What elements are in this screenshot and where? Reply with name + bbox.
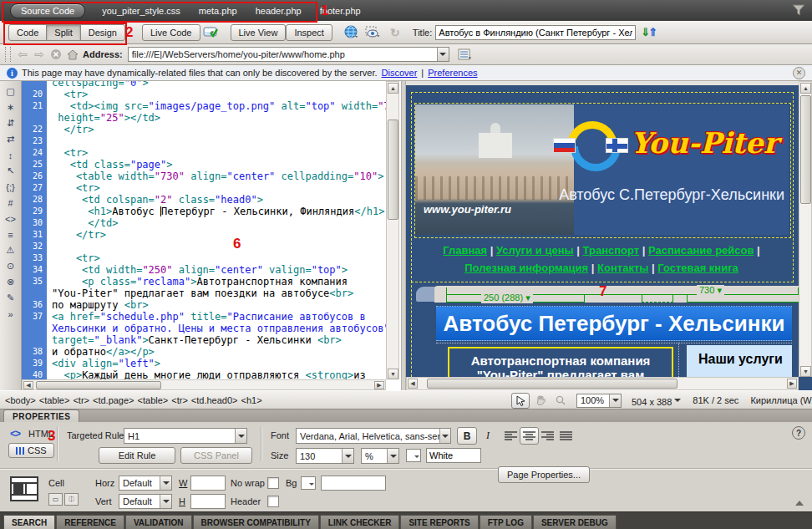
dropdown-arrow-icon[interactable] [160,495,171,508]
stop-icon[interactable] [48,47,63,62]
balance-braces-icon[interactable]: {;} [3,179,19,195]
scroll-left-icon[interactable]: ◀ [408,379,418,389]
code-line[interactable]: 22 </tr> [22,124,386,135]
code-hscrollbar[interactable]: ◀ ▶ [22,379,386,390]
results-tab-search[interactable]: SEARCH [3,515,55,529]
close-info-bar-icon[interactable]: ✕ [793,67,805,79]
apply-comment-icon[interactable]: ⊙ [3,258,19,274]
design-hscrollbar[interactable]: ◀ ▶ [406,377,799,390]
page-heading-banner[interactable]: Автобус Петербург - Хельсинки [436,306,792,341]
code-line[interactable]: 28 <td colspan="2" class="head0"> [22,194,386,206]
address-value[interactable]: file:///E|/WebServers/home/you-piter/www… [129,49,348,59]
filter-related-files-icon[interactable] [792,4,805,16]
edit-rule-button[interactable]: Edit Rule [99,447,175,464]
width-input[interactable] [190,476,226,491]
code-line[interactable]: 24 <tr> [22,147,386,159]
page-properties-button[interactable]: Page Properties... [498,466,590,483]
results-tab-ftp-log[interactable]: FTP LOG [480,515,532,529]
tag-selector-item[interactable]: <h1> [241,395,262,405]
live-view-options-icon[interactable] [202,25,221,40]
text-color-input[interactable] [426,448,481,463]
code-line[interactable]: 39<div align="left"> [22,358,386,369]
scroll-right-icon[interactable]: ▶ [374,381,384,389]
toolbar-grip[interactable] [5,47,11,62]
discover-link[interactable]: Discover [382,68,418,78]
preferences-link[interactable]: Preferences [428,68,477,78]
design-view-pane[interactable]: You-Piter Автобус С.Петербург-Хельсинки … [406,81,812,390]
design-vscroll-thumb[interactable] [800,95,811,204]
line-numbers-icon[interactable]: # [3,195,19,211]
help-icon[interactable]: ? [792,426,805,440]
targeted-rule-combo[interactable]: H1 [124,428,247,444]
related-file-tab[interactable]: meta.php [199,6,237,16]
code-line[interactable]: height="25"></td> [22,112,386,124]
scroll-up-icon[interactable]: ▲ [800,83,811,94]
scroll-right-icon[interactable]: ▶ [787,379,797,389]
code-line[interactable]: 26 <table width="730" align="center" cel… [22,170,386,182]
forward-icon[interactable]: ⇨ [32,47,47,62]
title-input[interactable] [435,25,636,40]
code-hscroll-thumb[interactable] [36,381,161,389]
address-combo[interactable]: file:///E|/WebServers/home/you-piter/www… [128,47,449,62]
menu-link[interactable]: Услуги и цены [496,244,574,257]
css-mode-button[interactable]: CSS [8,443,54,458]
tag-selector-item[interactable]: <table> [138,395,169,405]
live-code-button[interactable]: Live Code [142,24,200,41]
file-transfer-icon[interactable]: ⇓⇑ [641,26,656,38]
code-vscrollbar[interactable]: ▲ ▼ [386,81,399,379]
code-line[interactable]: 20 <tr> [22,89,386,100]
related-file-tab[interactable]: you_piter_style.css [102,6,180,16]
code-line[interactable]: 31 </tr> [22,229,386,241]
code-line[interactable]: 23 [22,135,386,147]
code-line[interactable]: 29 <h1>Автобус Петербург - Хельсинки, Фи… [22,206,386,217]
split-view-button[interactable]: Split [46,24,80,41]
collapse-panel-icon[interactable] [795,496,804,506]
more-chevron-icon[interactable]: » [3,306,19,322]
code-view-button[interactable]: Code [8,24,47,41]
zoom-level-combo[interactable]: 100% [576,394,622,408]
tag-selector-item[interactable]: <tr> [171,395,188,405]
code-editor[interactable]: cellspacing="0">20 <tr>21 <td><img src="… [22,81,386,379]
dropdown-arrow-icon[interactable] [160,476,171,490]
code-line[interactable]: 37<a href="schedule.php" title="Расписан… [22,311,386,323]
code-line[interactable]: 38и обратно</a></p> [22,346,386,358]
dropdown-arrow-icon[interactable] [437,48,449,61]
dropdown-arrow-icon[interactable] [387,449,398,463]
related-file-tab[interactable]: header.php [256,6,302,16]
design-hscroll-thumb[interactable] [427,379,678,389]
code-line[interactable]: 30 </td> [22,217,386,229]
horz-combo[interactable]: Default [119,476,172,491]
menu-link[interactable]: Гостевая книга [657,262,738,274]
site-header-image[interactable]: You-Piter Автобус С.Петербург-Хельсинки … [415,104,789,235]
vert-combo[interactable]: Default [119,494,172,509]
home-icon[interactable] [65,47,80,62]
dropdown-arrow-icon[interactable] [342,449,353,463]
scroll-down-icon[interactable]: ▼ [800,366,811,377]
visual-aids-icon[interactable] [364,25,383,40]
header-checkbox[interactable] [267,496,279,507]
select-parent-tag-icon[interactable]: ↖ [3,163,19,179]
bold-button[interactable]: B [457,427,477,445]
remove-comment-icon[interactable]: ⊗ [3,274,19,290]
format-source-code-icon[interactable]: ≡ [3,226,19,242]
code-view-pane[interactable]: ▢∗⇵⇄↕↖{;}#<>≡⚠⊙⊗✎» cellspacing="0">20 <t… [0,81,401,390]
align-left-icon[interactable] [501,427,520,445]
collapse-selection-icon[interactable]: ⇄ [3,131,19,147]
results-tab-validation[interactable]: VALIDATION [125,515,192,529]
scroll-down-icon[interactable]: ▼ [388,369,398,379]
hand-tool-icon[interactable] [531,393,550,409]
tag-selector-item[interactable]: <table> [39,395,70,405]
code-line[interactable]: 25 <td class="page"> [22,159,386,170]
html-mode-label[interactable]: HTML [28,429,53,439]
back-icon[interactable]: ⇦ [15,47,30,62]
open-documents-icon[interactable]: ▢ [3,84,19,99]
no-wrap-checkbox[interactable] [267,477,279,489]
related-file-tab[interactable]: footer.php [320,6,361,16]
window-size[interactable]: 504 x 388 [632,394,681,407]
scroll-up-icon[interactable]: ▲ [388,83,398,94]
align-right-icon[interactable] [538,427,557,445]
code-line[interactable]: 32 [22,241,386,252]
select-tool-icon[interactable] [511,393,530,409]
height-input[interactable] [190,494,226,509]
merge-cells-icon[interactable]: ▭ [48,493,63,506]
